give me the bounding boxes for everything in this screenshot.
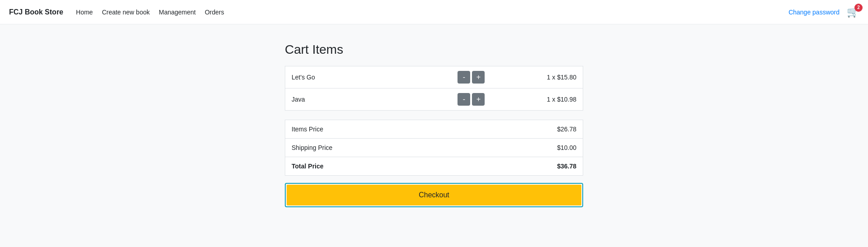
navbar-nav: Home Create new book Management Orders	[76, 9, 224, 16]
nav-item-create-new-book[interactable]: Create new book	[102, 9, 150, 16]
cart-title: Cart Items	[285, 42, 583, 57]
qty-buttons-1: - +	[455, 71, 487, 84]
cart-item-qty-cell-1: - +	[449, 66, 494, 89]
cart-badge: 2	[854, 4, 863, 12]
qty-plus-button-1[interactable]: +	[472, 71, 485, 84]
cart-item-row-1: Let's Go - + 1 x $15.80	[285, 66, 583, 89]
cart-item-name-2: Java	[285, 89, 449, 111]
checkout-button[interactable]: Checkout	[287, 185, 581, 205]
navbar-left: FCJ Book Store Home Create new book Mana…	[9, 8, 224, 16]
main-content: Cart Items Let's Go - + 1 x $15.80 Java	[276, 42, 592, 207]
nav-item-home[interactable]: Home	[76, 9, 93, 16]
cart-item-row-2: Java - + 1 x $10.98	[285, 89, 583, 111]
total-price-label: Total Price	[285, 157, 494, 176]
cart-item-price-1: 1 x $15.80	[494, 66, 583, 89]
qty-minus-button-2[interactable]: -	[458, 93, 470, 106]
total-price-value: $36.78	[494, 157, 583, 176]
cart-item-name-1: Let's Go	[285, 66, 449, 89]
navbar: FCJ Book Store Home Create new book Mana…	[0, 0, 868, 24]
qty-buttons-2: - +	[455, 93, 487, 106]
summary-shipping-price-row: Shipping Price $10.00	[285, 139, 583, 157]
items-price-value: $26.78	[494, 120, 583, 139]
checkout-button-wrapper: Checkout	[285, 183, 583, 207]
summary-table: Items Price $26.78 Shipping Price $10.00…	[285, 120, 583, 176]
change-password-link[interactable]: Change password	[788, 9, 840, 16]
navbar-brand: FCJ Book Store	[9, 8, 63, 16]
qty-plus-button-2[interactable]: +	[472, 93, 485, 106]
summary-total-price-row: Total Price $36.78	[285, 157, 583, 176]
qty-minus-button-1[interactable]: -	[458, 71, 470, 84]
shipping-price-value: $10.00	[494, 139, 583, 157]
items-price-label: Items Price	[285, 120, 494, 139]
cart-icon-wrapper[interactable]: 🛒 2	[847, 6, 859, 18]
nav-item-orders[interactable]: Orders	[205, 9, 224, 16]
cart-item-qty-cell-2: - +	[449, 89, 494, 111]
cart-items-table: Let's Go - + 1 x $15.80 Java - +	[285, 66, 583, 111]
summary-items-price-row: Items Price $26.78	[285, 120, 583, 139]
cart-item-price-2: 1 x $10.98	[494, 89, 583, 111]
navbar-right: Change password 🛒 2	[788, 6, 859, 18]
nav-item-management[interactable]: Management	[159, 9, 196, 16]
shipping-price-label: Shipping Price	[285, 139, 494, 157]
